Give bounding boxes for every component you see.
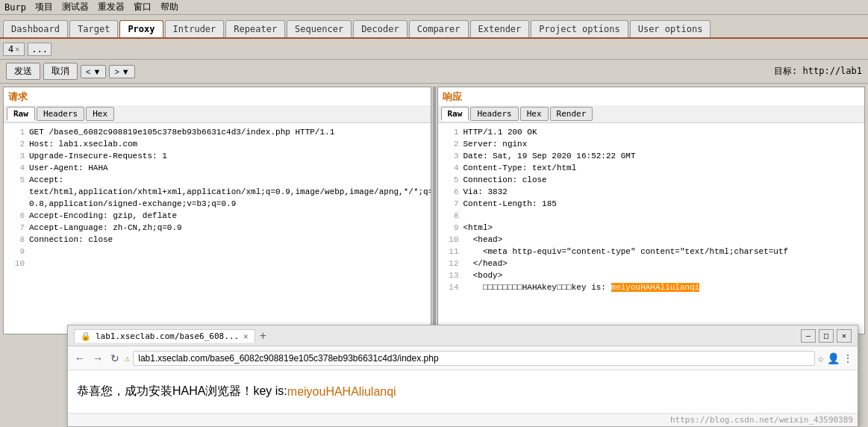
request-line: 10 — [7, 258, 428, 269]
tab-project-options[interactable]: Project options — [531, 20, 628, 37]
browser-key-value: meiyouHAHAliulanqi — [287, 385, 396, 399]
tab-sequencer[interactable]: Sequencer — [287, 20, 352, 37]
menu-icon[interactable]: ⋮ — [843, 352, 853, 364]
response-line: 4Content-Type: text/html — [441, 162, 862, 174]
menu-bar: Burp 项目 测试器 重发器 窗口 帮助 — [0, 0, 868, 15]
response-line: 9<html> — [441, 222, 862, 234]
more-tabs-btn[interactable]: ... — [28, 43, 51, 56]
request-line: 3Upgrade-Insecure-Requests: 1 — [7, 150, 428, 162]
request-line: 7Accept-Language: zh-CN,zh;q=0.9 — [7, 222, 428, 234]
response-line: 8 — [441, 210, 862, 222]
tab-target[interactable]: Target — [69, 20, 118, 37]
browser-tab-label: lab1.xseclab.com/base6_608... — [96, 331, 239, 341]
browser-title-bar: 🔒 lab1.xseclab.com/base6_608... ✕ + — □ … — [68, 325, 858, 346]
request-panel-tabs: Raw Headers Hex — [4, 105, 431, 123]
request-title: 请求 — [4, 87, 431, 105]
menu-help[interactable]: 帮助 — [159, 1, 180, 13]
request-line: 8Connection: close — [7, 234, 428, 246]
maximize-button[interactable]: □ — [819, 329, 834, 343]
request-panel: 请求 Raw Headers Hex 1GET /base6_6082c9088… — [3, 87, 431, 334]
key-value: meiyouHAHAliulanqi — [611, 283, 700, 292]
tab-extender[interactable]: Extender — [470, 20, 530, 37]
url-input[interactable] — [133, 351, 814, 366]
request-line: 4User-Agent: HAHA — [7, 162, 428, 174]
tab-decoder[interactable]: Decoder — [353, 20, 408, 37]
response-line: 6Via: 3832 — [441, 186, 862, 198]
new-tab-button[interactable]: + — [257, 329, 269, 343]
request-line: 1GET /base6_6082c908819e105c378eb93b6631… — [7, 126, 428, 138]
sub-tab-bar: 4 ✕ ... — [0, 39, 868, 60]
response-code-area[interactable]: 1HTTP/1.1 200 OK 2Server: nginx 3Date: S… — [438, 123, 865, 334]
request-tab-headers[interactable]: Headers — [37, 107, 84, 121]
security-warning-icon: ⚠ — [125, 353, 130, 364]
response-panel: 响应 Raw Headers Hex Render 1HTTP/1.1 200 … — [437, 87, 866, 334]
response-title: 响应 — [438, 87, 865, 105]
request-line: 5Accept: — [7, 174, 428, 186]
response-line: 10 <head> — [441, 234, 862, 246]
close-sub-tab[interactable]: ✕ — [15, 45, 19, 53]
response-tab-headers[interactable]: Headers — [470, 107, 518, 121]
account-icon[interactable]: 👤 — [827, 352, 840, 364]
response-line: 11 <meta http-equiv="content-type" conte… — [441, 246, 862, 258]
tab-proxy[interactable]: Proxy — [119, 20, 163, 37]
menu-repeater[interactable]: 重发器 — [96, 1, 126, 13]
response-line: 7Content-Length: 185 — [441, 198, 862, 210]
request-tab-hex[interactable]: Hex — [86, 107, 114, 121]
request-line: 9 — [7, 246, 428, 258]
sub-tab-4[interactable]: 4 ✕ — [3, 43, 25, 56]
forward-button[interactable]: → — [90, 352, 105, 364]
menu-tester[interactable]: 测试器 — [60, 1, 90, 13]
browser-tab[interactable]: 🔒 lab1.xseclab.com/base6_608... ✕ — [74, 329, 255, 343]
toolbar: 发送 取消 < ▼ > ▼ 目标: http://lab1 — [0, 60, 868, 84]
bookmark-icon[interactable]: ☆ — [818, 352, 824, 364]
tab-repeater[interactable]: Repeater — [225, 20, 285, 37]
back-button[interactable]: ← — [72, 352, 87, 364]
nav-prev-button[interactable]: < ▼ — [81, 65, 106, 78]
main-tab-bar: Dashboard Target Proxy Intruder Repeater… — [0, 15, 868, 39]
nav-next-button[interactable]: > ▼ — [109, 65, 134, 78]
cancel-button[interactable]: 取消 — [43, 63, 78, 80]
main-content: 请求 Raw Headers Hex 1GET /base6_6082c9088… — [0, 84, 868, 337]
refresh-button[interactable]: ↻ — [108, 352, 122, 364]
response-panel-tabs: Raw Headers Hex Render — [438, 105, 865, 123]
response-line: 3Date: Sat, 19 Sep 2020 16:52:22 GMT — [441, 150, 862, 162]
request-tab-raw[interactable]: Raw — [7, 107, 35, 121]
request-code-area[interactable]: 1GET /base6_6082c908819e105c378eb93b6631… — [4, 123, 431, 334]
request-line: 50.8,application/signed-exchange;v=b3;q=… — [7, 198, 428, 210]
browser-address-bar: ← → ↻ ⚠ ☆ 👤 ⋮ — [68, 346, 858, 370]
window-controls: — □ ✕ — [801, 329, 852, 343]
response-line: 5Connection: close — [441, 174, 862, 186]
panel-divider[interactable] — [433, 87, 436, 334]
status-url: https://blog.csdn.net/weixin_43590389 — [670, 415, 853, 425]
send-button[interactable]: 发送 — [6, 63, 40, 80]
response-line: 13 <body> — [441, 269, 862, 281]
request-line: 2Host: lab1.xseclab.com — [7, 138, 428, 150]
lock-icon: 🔒 — [81, 331, 91, 341]
browser-content: 恭喜您，成功安装HAHA浏览器！key is: meiyouHAHAliulan… — [68, 370, 858, 413]
tab-intruder[interactable]: Intruder — [165, 20, 225, 37]
response-tab-render[interactable]: Render — [550, 107, 593, 121]
browser-status-bar: https://blog.csdn.net/weixin_43590389 — [68, 413, 858, 426]
response-line-14: 14 □□□□□□□□HAHAkey□□□key is: meiyouHAHAl… — [441, 281, 862, 293]
minimize-button[interactable]: — — [801, 329, 816, 343]
response-line: 1HTTP/1.1 200 OK — [441, 126, 862, 138]
browser-overlay: 🔒 lab1.xseclab.com/base6_608... ✕ + — □ … — [67, 325, 858, 427]
response-tab-hex[interactable]: Hex — [520, 107, 549, 121]
response-line: 12 </head> — [441, 258, 862, 269]
menu-burp[interactable]: Burp — [3, 2, 28, 13]
tab-dashboard[interactable]: Dashboard — [3, 20, 68, 37]
tab-comparer[interactable]: Comparer — [409, 20, 469, 37]
addr-icons: ☆ 👤 ⋮ — [818, 352, 853, 364]
browser-content-text: 恭喜您，成功安装HAHA浏览器！key is: — [77, 384, 287, 399]
close-button[interactable]: ✕ — [837, 329, 852, 343]
menu-project[interactable]: 项目 — [34, 1, 54, 13]
menu-window[interactable]: 窗口 — [132, 1, 153, 13]
request-line: 5text/html,application/xhtml+xml,applica… — [7, 186, 428, 198]
target-label: 目标: http://lab1 — [774, 65, 862, 78]
response-line: 2Server: nginx — [441, 138, 862, 150]
browser-tab-close[interactable]: ✕ — [243, 331, 249, 341]
tab-user-options[interactable]: User options — [630, 20, 711, 37]
response-tab-raw[interactable]: Raw — [441, 107, 469, 121]
request-line: 6Accept-Encoding: gzip, deflate — [7, 210, 428, 222]
